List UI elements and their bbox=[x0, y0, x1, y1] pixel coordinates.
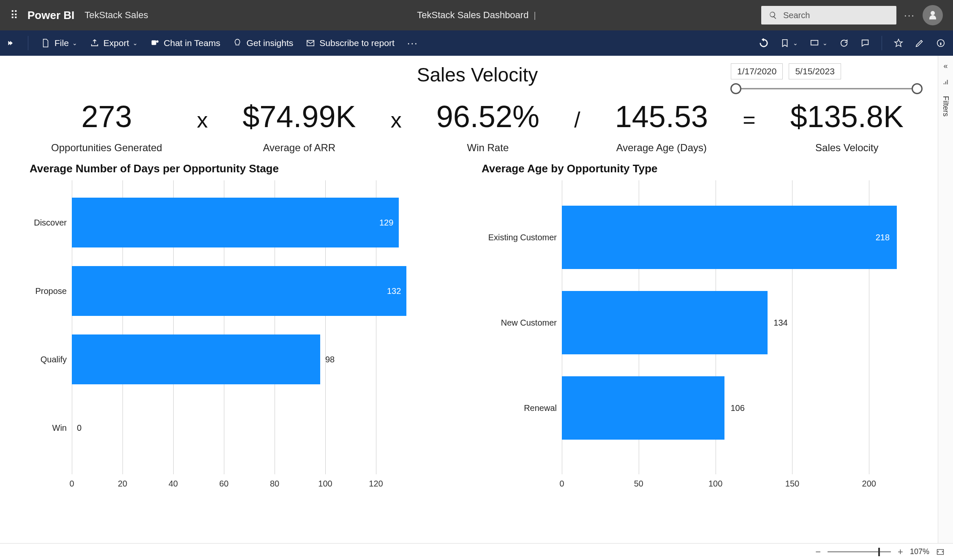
data-label: 0 bbox=[77, 423, 82, 433]
kpi-avg-age[interactable]: 145.53 Average Age (Days) bbox=[615, 101, 708, 154]
insights-label: Get insights bbox=[246, 38, 293, 48]
kpi-opportunities[interactable]: 273 Opportunities Generated bbox=[51, 101, 162, 154]
chart-days-per-stage[interactable]: Average Number of Days per Opportunity S… bbox=[30, 162, 473, 496]
search-input[interactable]: Search bbox=[761, 6, 896, 24]
search-icon bbox=[769, 11, 777, 19]
data-label: 132 bbox=[387, 286, 401, 296]
kpi-value: $135.8K bbox=[790, 101, 904, 132]
favorite-icon[interactable] bbox=[894, 38, 903, 48]
fit-to-page-icon[interactable] bbox=[936, 548, 945, 556]
view-menu[interactable]: ⌄ bbox=[810, 38, 828, 48]
date-slider-handle-to[interactable] bbox=[912, 83, 923, 94]
axis-tick: 100 bbox=[708, 479, 722, 489]
data-label: 106 bbox=[730, 403, 744, 413]
mail-icon bbox=[306, 38, 315, 48]
ribbon-overflow-icon[interactable]: ··· bbox=[407, 37, 418, 49]
chart-plot-area: 050100150200Existing Customer218New Cust… bbox=[482, 180, 925, 493]
operator: = bbox=[743, 101, 755, 133]
kpi-sales-velocity[interactable]: $135.8K Sales Velocity bbox=[790, 101, 904, 154]
bulb-icon bbox=[233, 38, 242, 48]
kpi-value: $74.99K bbox=[242, 101, 356, 132]
expand-pane-icon[interactable] bbox=[8, 39, 15, 47]
breadcrumb-separator-icon: | bbox=[534, 11, 536, 20]
axis-tick: 120 bbox=[369, 479, 383, 489]
axis-tick: 50 bbox=[634, 479, 643, 489]
date-slider-handle-from[interactable] bbox=[730, 83, 741, 94]
chart-age-by-type[interactable]: Average Age by Opportunity Type 05010015… bbox=[482, 162, 925, 496]
export-menu[interactable]: Export ⌄ bbox=[90, 38, 138, 48]
axis-tick: 80 bbox=[270, 479, 279, 489]
report-title-header: TekStack Sales Dashboard bbox=[417, 10, 528, 20]
data-label: 129 bbox=[379, 218, 393, 228]
command-bar: File ⌄ Export ⌄ Chat in Teams Get insigh… bbox=[0, 30, 953, 56]
view-icon bbox=[810, 38, 819, 48]
export-label: Export bbox=[103, 38, 129, 48]
comment-icon[interactable] bbox=[860, 38, 870, 48]
kpi-label: Average of ARR bbox=[242, 142, 356, 154]
user-avatar[interactable] bbox=[923, 5, 943, 25]
zoom-in-button[interactable]: + bbox=[898, 546, 903, 557]
bookmark-menu[interactable]: ⌄ bbox=[780, 38, 798, 48]
bar[interactable] bbox=[72, 334, 320, 384]
zoom-slider[interactable] bbox=[828, 551, 891, 552]
bar[interactable] bbox=[72, 198, 399, 247]
filters-pane-collapsed[interactable]: « Filters bbox=[938, 56, 953, 543]
chevron-down-icon: ⌄ bbox=[72, 40, 77, 46]
category-label: New Customer bbox=[482, 318, 557, 328]
axis-tick: 100 bbox=[318, 479, 332, 489]
axis-tick: 0 bbox=[69, 479, 74, 489]
status-bar: − + 107% bbox=[0, 543, 953, 560]
axis-tick: 60 bbox=[219, 479, 229, 489]
chat-in-teams-button[interactable]: Chat in Teams bbox=[150, 38, 221, 48]
axis-tick: 20 bbox=[118, 479, 127, 489]
edit-icon[interactable] bbox=[915, 38, 924, 48]
app-launcher-icon[interactable]: ⠿ bbox=[10, 10, 17, 21]
date-to-input[interactable]: 5/15/2023 bbox=[789, 63, 841, 79]
refresh-icon[interactable] bbox=[839, 38, 849, 48]
filters-icon bbox=[942, 78, 949, 87]
date-slider-track[interactable] bbox=[731, 84, 917, 94]
chevron-down-icon: ⌄ bbox=[133, 40, 138, 46]
user-icon bbox=[928, 10, 938, 20]
operator: x bbox=[197, 101, 208, 133]
kpi-win-rate[interactable]: 96.52% Win Rate bbox=[436, 101, 539, 154]
bar[interactable] bbox=[562, 291, 768, 354]
file-label: File bbox=[54, 38, 69, 48]
operator: x bbox=[391, 101, 402, 133]
category-label: Renewal bbox=[482, 403, 557, 413]
report-canvas: Sales Velocity 1/17/2020 5/15/2023 273 O… bbox=[0, 56, 938, 543]
search-placeholder: Search bbox=[783, 11, 810, 20]
operator: / bbox=[574, 101, 580, 133]
bookmark-icon bbox=[780, 38, 790, 48]
report-breadcrumb: TekStack Sales Dashboard | bbox=[417, 10, 536, 21]
workspace-name[interactable]: TekStack Sales bbox=[84, 10, 148, 21]
category-label: Discover bbox=[30, 218, 67, 228]
date-from-input[interactable]: 1/17/2020 bbox=[731, 63, 783, 79]
kpi-label: Win Rate bbox=[436, 142, 539, 154]
bar[interactable] bbox=[562, 376, 724, 440]
subscribe-label: Subscribe to report bbox=[319, 38, 394, 48]
zoom-out-button[interactable]: − bbox=[815, 546, 821, 557]
date-range-slicer[interactable]: 1/17/2020 5/15/2023 bbox=[731, 63, 917, 94]
get-insights-button[interactable]: Get insights bbox=[233, 38, 293, 48]
axis-tick: 150 bbox=[785, 479, 799, 489]
zoom-percent: 107% bbox=[910, 547, 929, 556]
reset-icon[interactable] bbox=[759, 38, 768, 48]
svg-rect-6 bbox=[945, 82, 946, 84]
file-menu[interactable]: File ⌄ bbox=[41, 38, 77, 48]
svg-rect-5 bbox=[943, 83, 944, 84]
subscribe-button[interactable]: Subscribe to report bbox=[306, 38, 394, 48]
bar[interactable] bbox=[72, 266, 406, 316]
kpi-arr[interactable]: $74.99K Average of ARR bbox=[242, 101, 356, 154]
info-icon[interactable] bbox=[936, 38, 945, 48]
teams-icon bbox=[150, 38, 160, 48]
data-label: 218 bbox=[876, 233, 890, 242]
axis-tick: 0 bbox=[559, 479, 564, 489]
chart-title: Average Age by Opportunity Type bbox=[482, 162, 925, 175]
bar[interactable] bbox=[562, 206, 897, 269]
chevron-down-icon: ⌄ bbox=[822, 40, 828, 46]
axis-tick: 200 bbox=[862, 479, 876, 489]
expand-filters-icon[interactable]: « bbox=[943, 62, 948, 71]
kpi-value: 273 bbox=[51, 101, 162, 132]
header-overflow-icon[interactable]: ··· bbox=[904, 9, 915, 21]
